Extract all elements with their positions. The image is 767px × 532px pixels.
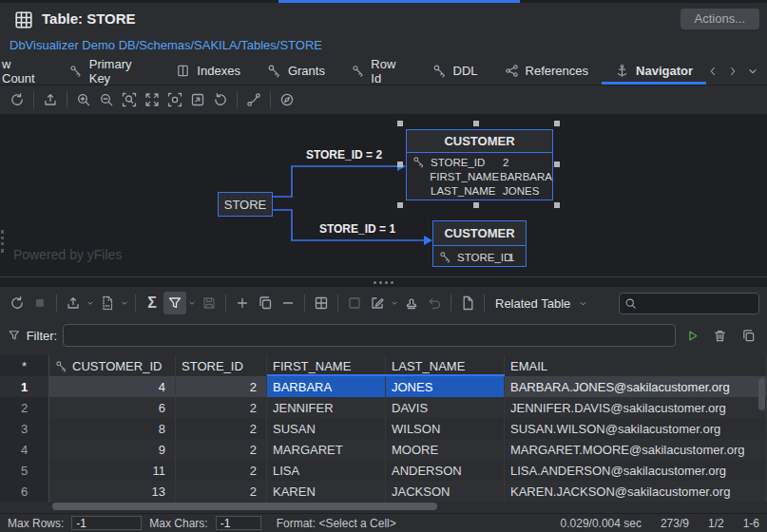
file-export-menu-chevron[interactable] (119, 292, 130, 314)
refresh-grid-button[interactable] (6, 292, 29, 314)
tab-primary-key[interactable]: Primary Key (56, 57, 163, 85)
apply-filter-button[interactable] (681, 324, 703, 347)
table-row[interactable]: 2 6 2 JENNIFER DAVIS JENNIFER.DAVIS@saki… (0, 397, 767, 418)
undo-button[interactable] (423, 292, 446, 314)
pin-button[interactable] (400, 292, 423, 314)
save-button[interactable] (198, 292, 221, 314)
aggregate-button[interactable]: Σ (141, 292, 163, 314)
undo-icon (427, 295, 442, 311)
column-header-email[interactable]: EMAIL (505, 355, 767, 376)
tab-navigator[interactable]: Navigator (602, 57, 706, 85)
export-grid-button[interactable] (62, 292, 85, 314)
customer-node-top[interactable]: CUSTOMER STORE_ID 2 FIRST_NAME BARBARA L… (406, 129, 553, 200)
object-view-header: Table: STORE Actions... DbVisualizer Dem… (0, 3, 767, 57)
vertical-scrollbar[interactable] (758, 378, 765, 410)
filter-input[interactable] (63, 324, 676, 347)
column-header-first-name[interactable]: FIRST_NAME (267, 355, 386, 376)
separator (270, 91, 271, 108)
filter-menu-chevron[interactable] (186, 292, 198, 314)
table-row[interactable]: 4 9 2 MARGARET MOORE MARGARET.MOORE@saki… (0, 439, 767, 460)
zoom-to-selection-button[interactable] (118, 88, 141, 111)
node-field-row: FIRST_NAME BARBARA (407, 169, 552, 183)
duplicate-row-button[interactable] (254, 292, 277, 314)
max-chars-input[interactable] (216, 516, 261, 530)
clear-filter-button[interactable] (709, 324, 731, 347)
navigator-icon (615, 64, 629, 78)
delete-row-button[interactable] (277, 292, 299, 314)
new-document-button[interactable] (456, 292, 479, 314)
edit-cell-button[interactable] (366, 292, 389, 314)
table-row[interactable]: 6 13 2 KAREN JACKSON KAREN.JACKSON@sakil… (0, 481, 767, 502)
focus-selection-button[interactable] (163, 88, 186, 111)
tab-row-count[interactable]: w Count (0, 57, 56, 85)
column-header-store-id[interactable]: STORE_ID (176, 355, 267, 376)
selection-handle[interactable] (554, 121, 560, 126)
chevron-left-icon[interactable] (706, 65, 719, 78)
store-node[interactable]: STORE (218, 192, 273, 217)
selected-cell[interactable]: JONES (386, 376, 505, 397)
compass-button[interactable] (276, 88, 298, 111)
grid-search-input[interactable] (641, 296, 754, 310)
actions-button[interactable]: Actions... (681, 9, 759, 29)
tab-scroll-controls (706, 57, 767, 85)
export-button[interactable] (39, 88, 62, 111)
key-icon (69, 64, 82, 78)
refresh-layout-icon (213, 92, 228, 107)
side-splitter-grip[interactable] (1, 230, 4, 253)
chevron-right-icon[interactable] (726, 65, 739, 78)
copy-icon (258, 295, 273, 311)
grid-search-box[interactable] (619, 293, 759, 314)
tab-row-id[interactable]: Row Id (338, 57, 419, 85)
export-menu-chevron[interactable] (85, 292, 96, 314)
selection-handle[interactable] (473, 202, 479, 208)
selection-handle[interactable] (397, 121, 403, 126)
stop-button[interactable] (29, 292, 51, 314)
filter-toggle-button[interactable] (163, 292, 186, 314)
column-header-customer-id[interactable]: CUSTOMER_ID (49, 355, 176, 376)
record-view-button[interactable] (343, 292, 366, 314)
table-row[interactable]: 5 11 2 LISA ANDERSON LISA.ANDERSON@sakil… (0, 460, 767, 481)
node-field-row: STORE_ID 2 (407, 155, 552, 169)
selected-cell[interactable]: BARBARA (267, 376, 386, 397)
page-value: 1/2 (708, 517, 724, 530)
graph-branch-button[interactable] (242, 88, 265, 111)
selection-handle[interactable] (473, 121, 479, 126)
stop-icon (32, 295, 48, 311)
open-in-window-button[interactable] (186, 88, 209, 111)
edit-menu-chevron[interactable] (389, 292, 400, 314)
tab-references[interactable]: References (491, 57, 602, 85)
navigator-diagram[interactable]: STORE_ID = 2 STORE_ID = 1 STORE CUSTOMER… (0, 114, 767, 277)
table-row[interactable]: 3 8 2 SUSAN WILSON SUSAN.WILSON@sakilacu… (0, 418, 767, 439)
fit-content-button[interactable] (141, 88, 163, 111)
tab-ddl[interactable]: DDL (419, 57, 491, 85)
copy-filter-button[interactable] (738, 324, 759, 347)
horizontal-splitter-grip[interactable] (0, 277, 767, 287)
open-in-window-icon (190, 92, 205, 107)
selection-handle[interactable] (397, 162, 403, 167)
max-rows-input[interactable] (71, 516, 142, 530)
selection-handle[interactable] (554, 162, 560, 167)
related-table-dropdown[interactable]: Related Table (489, 296, 594, 311)
separator (337, 294, 338, 312)
column-header-last-name[interactable]: LAST_NAME (386, 355, 505, 376)
tab-grants[interactable]: Grants (254, 57, 338, 85)
key-icon (55, 360, 67, 372)
selection-handle[interactable] (554, 202, 560, 208)
breadcrumb[interactable]: DbVisualizer Demo DB/Schemas/SAKILA/Tabl… (10, 38, 322, 52)
key-icon (352, 64, 364, 78)
table-row[interactable]: 1 4 2 BARBARA JONES BARBARA.JONES@sakila… (0, 376, 767, 397)
grid-view-button[interactable] (310, 292, 333, 314)
horizontal-scrollbar[interactable] (52, 503, 437, 510)
refresh-layout-button[interactable] (209, 88, 232, 111)
refresh-button[interactable] (6, 88, 29, 111)
range-value: 1-6 (743, 517, 759, 530)
zoom-in-button[interactable] (72, 88, 95, 111)
file-export-button[interactable] (96, 292, 119, 314)
customer-node-bottom[interactable]: CUSTOMER STORE_ID 1 (432, 220, 527, 267)
chevron-down-icon[interactable] (746, 65, 759, 78)
row-number-header[interactable]: * (0, 355, 49, 376)
add-row-button[interactable] (231, 292, 254, 314)
selection-handle[interactable] (397, 202, 403, 208)
zoom-out-button[interactable] (95, 88, 118, 111)
tab-indexes[interactable]: Indexes (163, 57, 254, 85)
